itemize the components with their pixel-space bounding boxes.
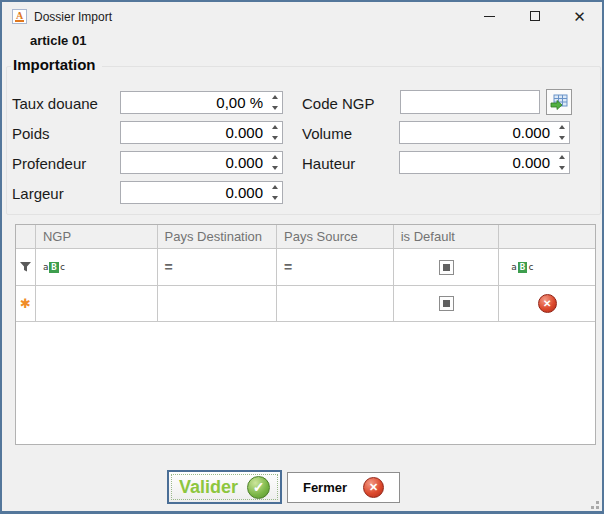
arrow-up-icon	[272, 95, 278, 99]
spin-up-button[interactable]	[554, 152, 569, 163]
check-icon: ✓	[247, 476, 270, 499]
spin-up-button[interactable]	[267, 92, 282, 103]
arrow-up-icon	[272, 185, 278, 189]
fermer-button[interactable]: Fermer ✕	[287, 472, 400, 503]
abc-filter-icon: aBc	[511, 262, 533, 273]
arrow-down-icon	[272, 196, 278, 200]
new-row-cell-pays-source[interactable]	[277, 286, 394, 321]
abc-b: B	[49, 262, 58, 273]
new-row-cell-ngp[interactable]	[36, 286, 158, 321]
maximize-button[interactable]	[512, 2, 557, 30]
profendeur-spinner[interactable]: 0.000	[120, 151, 283, 174]
spin-down-button[interactable]	[267, 133, 282, 144]
hauteur-label: Hauteur	[302, 152, 355, 175]
new-row-indicator: ✱	[16, 286, 36, 321]
window-controls: ✕	[467, 2, 602, 30]
abc-a: a	[43, 262, 48, 272]
equals-filter-icon: =	[165, 259, 173, 275]
profendeur-label: Profendeur	[12, 152, 86, 175]
filter-cell-is-default[interactable]	[394, 249, 500, 285]
largeur-value[interactable]: 0.000	[121, 182, 267, 203]
maximize-icon	[530, 11, 540, 21]
valider-label: Valider	[179, 477, 238, 498]
spin-up-button[interactable]	[267, 152, 282, 163]
arrow-down-icon	[559, 166, 565, 170]
arrow-down-icon	[272, 106, 278, 110]
abc-b: B	[518, 262, 527, 273]
code-ngp-lookup-button[interactable]	[546, 89, 572, 115]
column-header-ngp[interactable]: NGP	[36, 225, 158, 248]
poids-label: Poids	[12, 122, 50, 145]
spin-up-button[interactable]	[267, 122, 282, 133]
spin-down-button[interactable]	[267, 103, 282, 114]
profendeur-value[interactable]: 0.000	[121, 152, 267, 173]
profendeur-spin-buttons	[267, 152, 282, 173]
spin-up-button[interactable]	[267, 182, 282, 193]
minimize-icon	[484, 16, 495, 17]
spin-up-button[interactable]	[554, 122, 569, 133]
close-button[interactable]: ✕	[557, 2, 602, 30]
poids-spinner[interactable]: 0.000	[120, 121, 283, 144]
spin-down-button[interactable]	[554, 163, 569, 174]
arrow-up-icon	[272, 125, 278, 129]
grip-dot	[591, 506, 594, 509]
poids-value[interactable]: 0.000	[121, 122, 267, 143]
column-header-actions[interactable]	[499, 225, 595, 248]
close-x-icon: ✕	[363, 477, 384, 498]
code-ngp-label: Code NGP	[302, 92, 375, 115]
abc-a: a	[511, 262, 516, 272]
filter-cell-actions[interactable]: aBc	[499, 249, 595, 285]
column-header-pays-source[interactable]: Pays Source	[277, 225, 394, 248]
delete-row-button[interactable]: ✕	[538, 294, 557, 313]
arrow-down-icon	[559, 136, 565, 140]
largeur-spinner[interactable]: 0.000	[120, 181, 283, 204]
indeterminate-checkbox[interactable]	[439, 260, 454, 275]
filter-cell-ngp[interactable]: aBc	[36, 249, 158, 285]
hauteur-spinner[interactable]: 0.000	[399, 151, 570, 174]
arrow-up-icon	[559, 125, 565, 129]
spin-down-button[interactable]	[267, 193, 282, 204]
column-header-is-default[interactable]: is Default	[394, 225, 500, 248]
spin-down-button[interactable]	[267, 163, 282, 174]
filter-cell-pays-source[interactable]: =	[277, 249, 394, 285]
window-title: Dossier Import	[34, 10, 112, 24]
taux-douane-spinner[interactable]: 0,00 %	[120, 91, 283, 114]
minimize-button[interactable]	[467, 2, 512, 30]
grid-filter-row: aBc = = aBc	[16, 249, 595, 286]
grid-new-row: ✱ ✕	[16, 286, 595, 322]
grip-dot	[596, 506, 599, 509]
poids-spin-buttons	[267, 122, 282, 143]
ngp-grid: NGP Pays Destination Pays Source is Defa…	[15, 224, 596, 445]
volume-spinner[interactable]: 0.000	[399, 121, 570, 144]
new-row-cell-pays-destination[interactable]	[158, 286, 278, 321]
grip-dot	[596, 501, 599, 504]
column-header-pays-destination[interactable]: Pays Destination	[158, 225, 278, 248]
hauteur-value[interactable]: 0.000	[400, 152, 554, 173]
volume-value[interactable]: 0.000	[400, 122, 554, 143]
spin-down-button[interactable]	[554, 133, 569, 144]
new-row-cell-is-default[interactable]	[394, 286, 500, 321]
largeur-label: Largeur	[12, 182, 64, 205]
arrow-down-icon	[272, 166, 278, 170]
new-row-star-icon: ✱	[20, 297, 31, 310]
resize-grip[interactable]	[587, 497, 599, 509]
checkbox-fill	[443, 300, 450, 307]
grid-header-row: NGP Pays Destination Pays Source is Defa…	[16, 225, 595, 249]
checkbox-fill	[443, 264, 450, 271]
article-subtitle: article 01	[30, 33, 86, 48]
abc-c: c	[528, 262, 533, 272]
arrow-down-icon	[272, 136, 278, 140]
largeur-spin-buttons	[267, 182, 282, 203]
hauteur-spin-buttons	[554, 152, 569, 173]
filter-cell-pays-destination[interactable]: =	[158, 249, 278, 285]
equals-filter-icon: =	[284, 259, 292, 275]
abc-filter-icon: aBc	[43, 262, 65, 273]
valider-button[interactable]: Valider ✓	[167, 470, 282, 504]
close-icon: ✕	[573, 9, 586, 24]
taux-douane-label: Taux douane	[12, 92, 98, 115]
taux-douane-spin-buttons	[267, 92, 282, 113]
code-ngp-input[interactable]	[400, 90, 540, 114]
indeterminate-checkbox[interactable]	[439, 296, 454, 311]
new-row-cell-actions[interactable]: ✕	[499, 286, 595, 321]
taux-douane-value[interactable]: 0,00 %	[121, 92, 267, 113]
